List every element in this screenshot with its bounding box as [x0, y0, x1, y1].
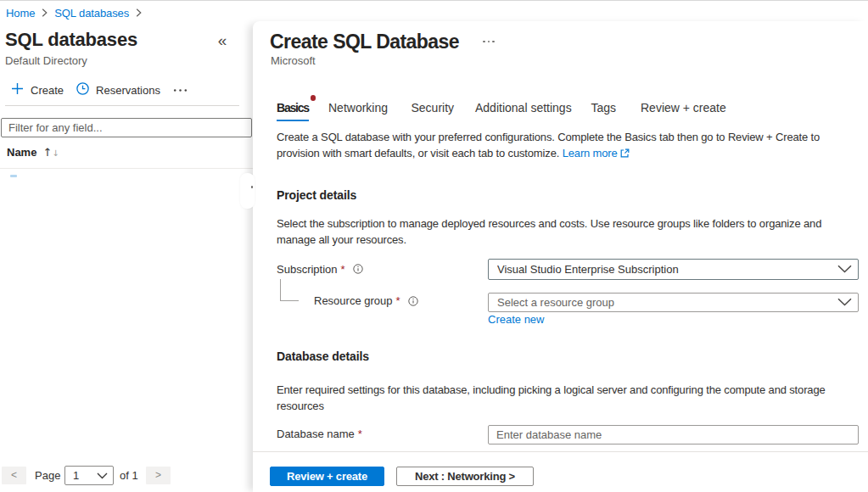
- subscription-label: Subscription *: [277, 262, 363, 276]
- panel-title: Create SQL Database: [270, 31, 459, 53]
- pagination: < Page 1 of 1 >: [0, 465, 253, 487]
- command-bar-divider: [5, 105, 239, 106]
- next-page-button[interactable]: >: [146, 467, 171, 484]
- database-details-description: Enter required settings for this databas…: [277, 382, 828, 414]
- create-command[interactable]: Create: [11, 82, 64, 98]
- info-icon[interactable]: [408, 296, 418, 306]
- review-create-button[interactable]: Review + create: [270, 467, 384, 487]
- project-details-description: Select the subscription to manage deploy…: [277, 215, 828, 248]
- active-tab-underline: [277, 120, 309, 122]
- required-asterisk: *: [341, 263, 345, 276]
- chevron-right-icon: [42, 8, 48, 17]
- database-name-input[interactable]: [488, 425, 859, 444]
- tab-basics[interactable]: Basics: [277, 101, 309, 115]
- required-asterisk: *: [396, 294, 400, 307]
- intro-text: Create a SQL database with your preferre…: [277, 131, 820, 159]
- breadcrumb: Home SQL databases: [6, 5, 148, 20]
- chevron-down-icon: [97, 472, 108, 479]
- subscription-dropdown[interactable]: Visual Studio Enterprise Subscription: [488, 259, 859, 280]
- sql-databases-blade: SQL databases « Default Directory Create…: [0, 21, 253, 492]
- tab-additional-settings[interactable]: Additional settings: [475, 101, 572, 115]
- subscription-value: Visual Studio Enterprise Subscription: [497, 263, 837, 276]
- command-bar: Create Reservations: [11, 81, 188, 99]
- tab-networking[interactable]: Networking: [328, 101, 388, 115]
- chevron-down-icon: [837, 298, 852, 306]
- tab-tags[interactable]: Tags: [591, 101, 617, 115]
- name-column-header[interactable]: Name ↑↓: [7, 146, 59, 159]
- database-name-label: Database name *: [277, 428, 362, 441]
- loading-indicator: [10, 175, 17, 177]
- more-commands-button[interactable]: [173, 88, 188, 92]
- clock-icon: [76, 82, 89, 98]
- project-details-heading: Project details: [277, 188, 356, 202]
- unsaved-changes-dot: [311, 95, 316, 101]
- page-number-value: 1: [73, 469, 97, 482]
- window-top-border: [0, 0, 868, 1]
- breadcrumb-home-link[interactable]: Home: [6, 7, 35, 20]
- database-details-heading: Database details: [277, 349, 369, 363]
- more-options-button[interactable]: [480, 36, 497, 48]
- resource-group-label: Resource group *: [314, 294, 418, 308]
- chevron-down-icon: [837, 265, 852, 273]
- tab-security[interactable]: Security: [412, 101, 455, 115]
- resource-group-dropdown[interactable]: Select a resource group: [488, 293, 859, 312]
- sort-descending-icon: ↓: [52, 148, 59, 158]
- required-asterisk: *: [358, 428, 362, 440]
- create-command-label: Create: [31, 84, 64, 97]
- page-label: Page: [35, 469, 60, 482]
- collapse-blade-button[interactable]: «: [212, 32, 232, 51]
- create-sql-database-blade: Create SQL Database Microsoft Basics Net…: [253, 21, 868, 492]
- external-link-icon: [620, 146, 630, 162]
- reservations-command-label: Reservations: [96, 84, 160, 97]
- chevron-right-icon: [136, 8, 142, 17]
- subscription-label-text: Subscription: [277, 263, 338, 276]
- sort-icons: ↑↓: [42, 146, 59, 159]
- blade-resize-handle[interactable]: [240, 173, 255, 209]
- plus-icon: [11, 82, 24, 98]
- directory-subtitle: Default Directory: [5, 54, 87, 67]
- intro-paragraph: Create a SQL database with your preferre…: [277, 129, 828, 161]
- page-count-label: of 1: [120, 469, 138, 482]
- footer-divider: [253, 451, 868, 452]
- tree-elbow-connector: [280, 279, 299, 302]
- info-icon[interactable]: [353, 264, 363, 274]
- create-new-link[interactable]: Create new: [488, 313, 544, 326]
- panel-subtitle: Microsoft: [271, 54, 316, 67]
- page-title: SQL databases: [5, 29, 137, 51]
- learn-more-link[interactable]: Learn more: [563, 147, 618, 159]
- next-networking-button[interactable]: Next : Networking >: [396, 467, 534, 487]
- resize-grip-dot: [251, 186, 253, 188]
- resource-group-label-text: Resource group: [314, 294, 393, 307]
- resource-group-placeholder: Select a resource group: [497, 296, 837, 309]
- tab-review-create[interactable]: Review + create: [641, 101, 726, 115]
- reservations-command[interactable]: Reservations: [76, 82, 160, 98]
- filter-input[interactable]: [1, 118, 252, 137]
- sort-ascending-icon: ↑: [42, 146, 52, 159]
- breadcrumb-sql-databases-link[interactable]: SQL databases: [54, 7, 129, 20]
- name-column-label: Name: [7, 146, 36, 159]
- page-number-select[interactable]: 1: [64, 466, 114, 485]
- database-name-label-text: Database name: [277, 428, 355, 440]
- table-header-divider: [0, 168, 253, 169]
- previous-page-button[interactable]: <: [2, 467, 26, 484]
